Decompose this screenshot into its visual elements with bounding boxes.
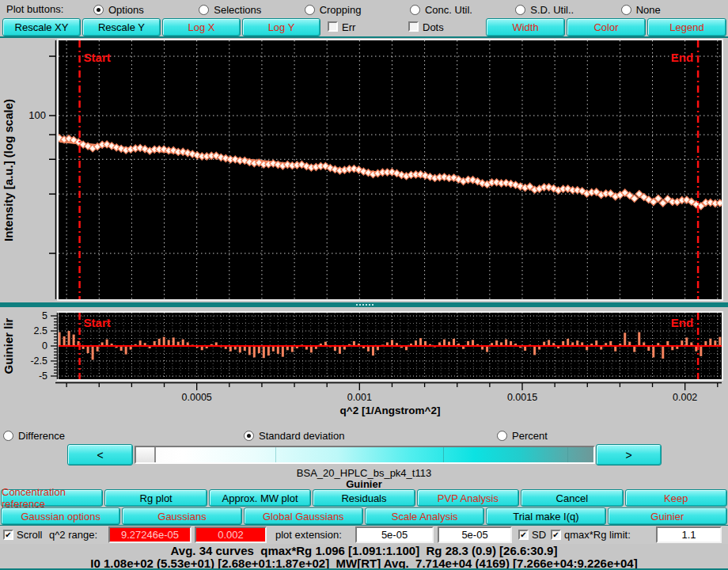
q2-axis-tick: 0.001: [347, 392, 372, 403]
radio-label: Selections: [214, 4, 261, 16]
radio-label: Percent: [512, 430, 548, 442]
residuals-axis-label: Guinier lir: [2, 317, 15, 374]
q2-range-max-field[interactable]: 0.002: [195, 526, 267, 543]
sd-checkbox[interactable]: ✔: [518, 530, 529, 540]
rg-plot-button[interactable]: Rg plot: [104, 489, 207, 507]
cancel-button[interactable]: Cancel: [521, 489, 623, 507]
pvp-analysis-button[interactable]: PVP Analysis: [417, 489, 519, 507]
scroll-checkbox[interactable]: ✔: [3, 530, 13, 540]
q2-axis-tick: 0.0015: [507, 392, 537, 403]
log-x-button[interactable]: Log X: [162, 18, 241, 36]
plot-toolbar: Rescale XYRescale YLog XLog Y Err Dots W…: [0, 17, 728, 36]
splitter-handle-icon: [356, 304, 373, 306]
guinier-analysis-window: Plot buttons: OptionsSelectionsCroppingC…: [0, 0, 728, 570]
radio-label: None: [636, 4, 661, 16]
legend-button[interactable]: Legend: [647, 18, 726, 36]
radio-icon: [410, 5, 420, 15]
radio-label: Options: [108, 4, 144, 16]
color-button[interactable]: Color: [567, 18, 646, 36]
plot-buttons-row: Plot buttons: OptionsSelectionsCroppingC…: [0, 0, 728, 17]
end-marker-label: End: [671, 51, 693, 64]
log-y-button[interactable]: Log Y: [242, 18, 320, 36]
plot-mode-radio-cropping[interactable]: Cropping: [305, 2, 410, 17]
err-checkbox[interactable]: [328, 21, 338, 32]
gaussians-button[interactable]: Gaussians: [122, 507, 241, 525]
scroll-left-button[interactable]: <: [67, 444, 133, 466]
plot-mode-radio-options[interactable]: Options: [93, 2, 199, 17]
plot-mode-radio-s-d-util[interactable]: S.D. Util..: [515, 2, 620, 17]
residual-mode-radio-percent[interactable]: Percent: [497, 430, 548, 442]
trial-make-i-q-button[interactable]: Trial make I(q): [486, 507, 605, 525]
radio-icon: [244, 431, 254, 441]
plot-extension-low-field[interactable]: 5e-05: [355, 526, 434, 543]
concentration-reference-button[interactable]: Concentration reference: [1, 489, 103, 507]
action-button-row-2: Gaussian optionsGaussiansGlobal Gaussian…: [0, 507, 728, 525]
qmaxrg-checkbox-label: qmax*Rg limit:: [564, 529, 631, 541]
status-line-1: Avg. 34 curves qmax*Rg 1.096 [1.091:1.10…: [0, 544, 728, 557]
radio-label: Difference: [18, 430, 65, 442]
residual-y-tick: 0: [42, 340, 47, 352]
curve-position-bar[interactable]: [135, 446, 595, 464]
scale-analysis-button[interactable]: Scale Analysis: [365, 507, 484, 525]
q2-axis-tick: 0.002: [673, 392, 697, 403]
dots-checkbox[interactable]: [408, 21, 419, 32]
plot-mode-radio-none[interactable]: None: [621, 2, 726, 17]
start-marker-label: Start: [84, 316, 111, 329]
plot-buttons-label: Plot buttons:: [6, 3, 63, 15]
intensity-plot-canvas[interactable]: StartEnd100Intensity [a.u.] (log scale): [0, 38, 728, 302]
q2-axis-tick: 0.0005: [182, 392, 212, 403]
rescale-y-button[interactable]: Rescale Y: [82, 18, 161, 36]
gaussian-options-button[interactable]: Gaussian options: [1, 507, 120, 525]
scroll-checkbox-label: Scroll: [17, 529, 43, 541]
approx-mw-plot-button[interactable]: Approx. MW plot: [209, 489, 311, 507]
bar-divider: [567, 447, 568, 462]
radio-label: Standard deviation: [259, 430, 344, 442]
curve-scroll-row: < >: [0, 443, 728, 467]
global-gaussians-button[interactable]: Global Gaussians: [244, 507, 363, 525]
action-button-row-1: Concentration referenceRg plotApprox. MW…: [0, 489, 728, 507]
chevron-left-icon: <: [97, 449, 103, 462]
end-marker-label: End: [671, 316, 693, 329]
scroll-right-button[interactable]: >: [596, 444, 662, 466]
radio-label: Conc. Util.: [425, 4, 472, 16]
residual-mode-radio-standard-deviation[interactable]: Standard deviation: [244, 430, 344, 442]
plot-buttons-radiogroup: OptionsSelectionsCroppingConc. Util.S.D.…: [93, 2, 726, 17]
residual-y-tick: 2.5: [34, 325, 47, 336]
plot-mode-radio-selections[interactable]: Selections: [199, 2, 304, 17]
radio-label: S.D. Util..: [530, 4, 574, 16]
analysis-mode-title: Guinier: [0, 478, 728, 490]
plot-mode-radio-conc-util[interactable]: Conc. Util.: [410, 2, 515, 17]
bar-divider: [443, 447, 444, 462]
range-controls-row: ✔ Scroll q^2 range: 9.27246e-05 0.002 pl…: [0, 525, 728, 544]
width-button[interactable]: Width: [486, 18, 565, 36]
qmaxrg-limit-field[interactable]: 1.1: [656, 526, 722, 543]
bar-divider: [275, 447, 276, 462]
residuals-plot-canvas[interactable]: StartEnd52.50-2.5-5Guinier lir0.00050.00…: [0, 307, 728, 426]
radio-icon: [199, 5, 209, 15]
residual-y-tick: -2.5: [30, 355, 47, 367]
radio-icon: [305, 5, 315, 15]
rescale-xy-button[interactable]: Rescale XY: [2, 18, 81, 36]
residuals-button[interactable]: Residuals: [313, 489, 415, 507]
radio-icon: [497, 431, 507, 441]
radio-icon: [621, 5, 631, 15]
qmaxrg-checkbox[interactable]: ✔: [551, 530, 561, 540]
intensity-axis-label: Intensity [a.u.] (log scale): [2, 99, 15, 241]
keep-button[interactable]: Keep: [625, 489, 727, 507]
dots-label: Dots: [423, 21, 444, 33]
q2-range-label: q^2 range:: [49, 529, 97, 541]
guinier-button[interactable]: Guinier: [608, 507, 727, 525]
q2-range-min-field[interactable]: 9.27246e-05: [108, 526, 191, 543]
residual-mode-radio-difference[interactable]: Difference: [3, 430, 65, 442]
plot-extension-high-field[interactable]: 5e-05: [438, 526, 512, 543]
plot-extension-label: plot extension:: [275, 529, 342, 541]
residual-y-tick: 5: [42, 310, 47, 321]
y-axis-tick-100: 100: [28, 109, 46, 121]
position-thumb[interactable]: [136, 447, 156, 462]
radio-label: Cropping: [320, 4, 362, 16]
residual-y-tick: -5: [39, 370, 47, 382]
radio-icon: [93, 5, 104, 15]
radio-icon: [515, 5, 525, 15]
residual-mode-row: Difference Standard deviation Percent: [0, 428, 728, 444]
start-marker-label: Start: [84, 51, 111, 64]
